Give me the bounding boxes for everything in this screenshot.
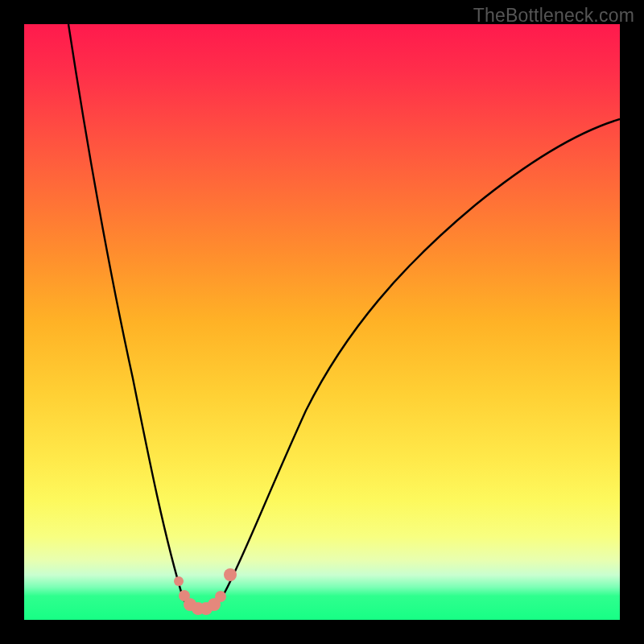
svg-point-6: [215, 591, 226, 602]
attribution-text: TheBottleneck.com: [473, 5, 634, 27]
svg-point-7: [224, 568, 237, 581]
curve-markers: [174, 568, 237, 615]
chart-plot-area: [24, 24, 620, 620]
curve-path: [68, 24, 620, 609]
bottleneck-curve: [24, 24, 620, 620]
svg-point-0: [174, 576, 184, 586]
